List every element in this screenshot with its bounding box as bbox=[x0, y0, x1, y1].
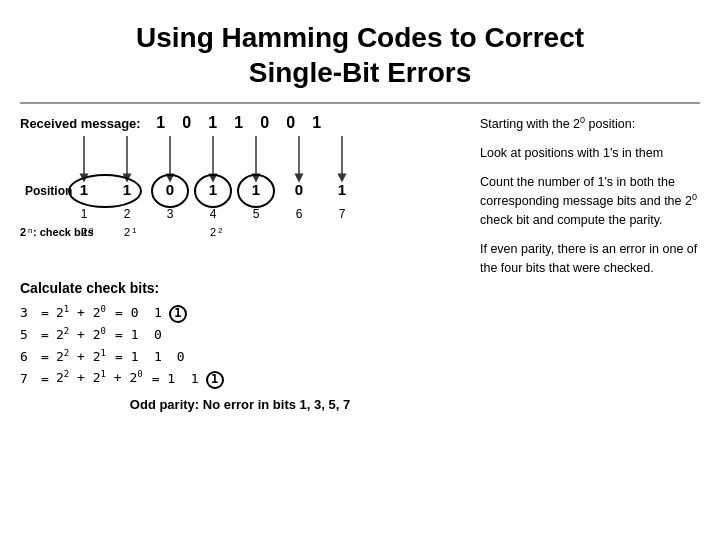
svg-text:1: 1 bbox=[123, 181, 131, 198]
svg-text:0: 0 bbox=[166, 181, 174, 198]
right-para-3: Count the number of 1's in both the corr… bbox=[480, 173, 700, 230]
svg-text:4: 4 bbox=[210, 207, 217, 221]
svg-text:2: 2 bbox=[210, 226, 216, 238]
svg-text:n: n bbox=[28, 226, 32, 235]
calc-row-7: 7 = 22 + 21 + 20 = 1 1 1 bbox=[20, 367, 460, 389]
left-panel: Received message: 1 0 1 1 0 0 1 bbox=[20, 114, 470, 530]
calc-section: Calculate check bits: 3 = 21 + 20 = 0 1 … bbox=[20, 280, 460, 412]
svg-text:2: 2 bbox=[20, 226, 26, 238]
svg-text:1: 1 bbox=[81, 207, 88, 221]
right-para-2: Look at positions with 1's in them bbox=[480, 144, 700, 163]
svg-text:0: 0 bbox=[295, 181, 303, 198]
bit-4: 0 bbox=[255, 114, 275, 132]
calc-row-3: 3 = 21 + 20 = 0 1 1 bbox=[20, 302, 460, 324]
diagram-area: 1 1 0 1 1 0 1 1 2 3 4 5 6 7 2 bbox=[20, 136, 460, 276]
page: Using Hamming Codes to Correct Single-Bi… bbox=[0, 0, 720, 540]
svg-text:2: 2 bbox=[218, 226, 223, 235]
content-area: Received message: 1 0 1 1 0 0 1 bbox=[20, 114, 700, 530]
svg-text:2: 2 bbox=[124, 207, 131, 221]
bit-1: 0 bbox=[177, 114, 197, 132]
odd-parity-text: Odd parity: No error in bits 1, 3, 5, 7 bbox=[20, 397, 460, 412]
svg-text:1: 1 bbox=[252, 181, 260, 198]
bit-6: 1 bbox=[307, 114, 327, 132]
page-title: Using Hamming Codes to Correct Single-Bi… bbox=[20, 20, 700, 90]
svg-text:1: 1 bbox=[132, 226, 137, 235]
calc-row-5: 5 = 22 + 20 = 1 0 bbox=[20, 324, 460, 346]
diagram-svg: 1 1 0 1 1 0 1 1 2 3 4 5 6 7 2 bbox=[20, 136, 460, 286]
calc-row-6: 6 = 22 + 21 = 1 1 0 bbox=[20, 346, 460, 368]
svg-text:Position: Position bbox=[25, 184, 72, 198]
svg-text:7: 7 bbox=[339, 207, 346, 221]
svg-text:1: 1 bbox=[338, 181, 346, 198]
svg-text:6: 6 bbox=[296, 207, 303, 221]
svg-text:2: 2 bbox=[124, 226, 130, 238]
svg-text:3: 3 bbox=[167, 207, 174, 221]
svg-text:: check bits: : check bits bbox=[33, 226, 94, 238]
right-panel: Starting with the 20 position: Look at p… bbox=[470, 114, 700, 530]
bit-5: 0 bbox=[281, 114, 301, 132]
bit-2: 1 bbox=[203, 114, 223, 132]
calc-table: 3 = 21 + 20 = 0 1 1 5 = 22 + 20 = 1 0 bbox=[20, 302, 460, 389]
svg-text:1: 1 bbox=[209, 181, 217, 198]
svg-text:5: 5 bbox=[253, 207, 260, 221]
right-para-4: If even parity, there is an error in one… bbox=[480, 240, 700, 278]
received-row: Received message: 1 0 1 1 0 0 1 bbox=[20, 114, 460, 132]
title-area: Using Hamming Codes to Correct Single-Bi… bbox=[20, 10, 700, 104]
bit-3: 1 bbox=[229, 114, 249, 132]
bits-container: 1 0 1 1 0 0 1 bbox=[151, 114, 327, 132]
bit-0: 1 bbox=[151, 114, 171, 132]
received-label: Received message: bbox=[20, 114, 141, 131]
svg-text:1: 1 bbox=[80, 181, 88, 198]
right-para-1: Starting with the 20 position: bbox=[480, 114, 700, 134]
